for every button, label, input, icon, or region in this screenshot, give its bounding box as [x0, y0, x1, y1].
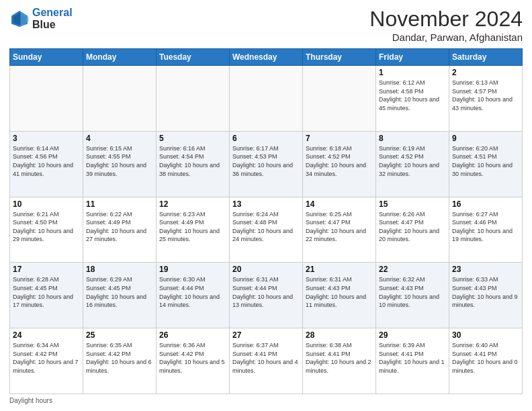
day-number: 30	[452, 330, 519, 340]
day-info: Sunrise: 6:24 AM Sunset: 4:48 PM Dayligh…	[232, 210, 300, 244]
calendar-cell: 22Sunrise: 6:32 AM Sunset: 4:43 PM Dayli…	[376, 263, 449, 328]
calendar-body: 1Sunrise: 6:12 AM Sunset: 4:58 PM Daylig…	[10, 66, 523, 394]
day-info: Sunrise: 6:38 AM Sunset: 4:41 PM Dayligh…	[306, 341, 373, 375]
calendar-cell: 30Sunrise: 6:40 AM Sunset: 4:41 PM Dayli…	[449, 328, 523, 394]
calendar-cell: 27Sunrise: 6:37 AM Sunset: 4:41 PM Dayli…	[230, 328, 303, 394]
daylight-label: Daylight hours	[9, 397, 52, 404]
logo-text: General Blue	[32, 7, 73, 30]
dow-header-friday: Friday	[376, 49, 449, 66]
dow-header-thursday: Thursday	[303, 49, 376, 66]
day-info: Sunrise: 6:16 AM Sunset: 4:54 PM Dayligh…	[159, 144, 226, 178]
day-info: Sunrise: 6:23 AM Sunset: 4:49 PM Dayligh…	[159, 210, 226, 244]
calendar-cell	[303, 66, 376, 132]
calendar-cell: 16Sunrise: 6:27 AM Sunset: 4:46 PM Dayli…	[449, 197, 523, 263]
logo: General Blue	[9, 7, 73, 30]
day-info: Sunrise: 6:32 AM Sunset: 4:43 PM Dayligh…	[379, 275, 446, 309]
calendar-cell	[10, 66, 83, 132]
week-row-2: 3Sunrise: 6:14 AM Sunset: 4:56 PM Daylig…	[10, 131, 523, 197]
day-number: 29	[379, 330, 446, 340]
day-info: Sunrise: 6:27 AM Sunset: 4:46 PM Dayligh…	[452, 210, 519, 244]
calendar-cell: 6Sunrise: 6:17 AM Sunset: 4:53 PM Daylig…	[230, 131, 303, 197]
day-info: Sunrise: 6:35 AM Sunset: 4:42 PM Dayligh…	[86, 341, 153, 375]
day-number: 22	[379, 265, 446, 274]
calendar-cell: 12Sunrise: 6:23 AM Sunset: 4:49 PM Dayli…	[157, 197, 230, 263]
calendar-cell: 9Sunrise: 6:20 AM Sunset: 4:51 PM Daylig…	[449, 131, 523, 197]
day-info: Sunrise: 6:21 AM Sunset: 4:50 PM Dayligh…	[13, 210, 80, 244]
day-info: Sunrise: 6:28 AM Sunset: 4:45 PM Dayligh…	[13, 275, 80, 309]
day-info: Sunrise: 6:31 AM Sunset: 4:44 PM Dayligh…	[232, 275, 300, 309]
day-number: 7	[306, 134, 373, 143]
calendar-cell: 4Sunrise: 6:15 AM Sunset: 4:55 PM Daylig…	[83, 131, 157, 197]
calendar-cell: 7Sunrise: 6:18 AM Sunset: 4:52 PM Daylig…	[303, 131, 376, 197]
calendar-cell: 20Sunrise: 6:31 AM Sunset: 4:44 PM Dayli…	[230, 263, 303, 328]
calendar-cell: 2Sunrise: 6:13 AM Sunset: 4:57 PM Daylig…	[449, 66, 523, 132]
day-number: 28	[306, 330, 373, 340]
day-number: 20	[232, 265, 300, 274]
day-number: 16	[452, 199, 519, 209]
day-info: Sunrise: 6:20 AM Sunset: 4:51 PM Dayligh…	[452, 144, 519, 178]
calendar-cell: 3Sunrise: 6:14 AM Sunset: 4:56 PM Daylig…	[10, 131, 83, 197]
day-number: 15	[379, 199, 446, 209]
day-info: Sunrise: 6:34 AM Sunset: 4:42 PM Dayligh…	[13, 341, 80, 375]
header: General Blue November 2024 Dandar, Parwa…	[9, 7, 523, 43]
calendar-cell: 1Sunrise: 6:12 AM Sunset: 4:58 PM Daylig…	[376, 66, 449, 132]
day-number: 21	[306, 265, 373, 274]
calendar-cell	[157, 66, 230, 132]
day-number: 17	[13, 265, 80, 274]
calendar-cell	[83, 66, 157, 132]
day-number: 9	[452, 134, 519, 143]
calendar-cell: 15Sunrise: 6:26 AM Sunset: 4:47 PM Dayli…	[376, 197, 449, 263]
day-number: 3	[13, 134, 80, 143]
day-number: 5	[159, 134, 226, 143]
day-info: Sunrise: 6:18 AM Sunset: 4:52 PM Dayligh…	[306, 144, 373, 178]
day-info: Sunrise: 6:13 AM Sunset: 4:57 PM Dayligh…	[452, 79, 519, 112]
week-row-5: 24Sunrise: 6:34 AM Sunset: 4:42 PM Dayli…	[10, 328, 523, 394]
calendar-cell: 25Sunrise: 6:35 AM Sunset: 4:42 PM Dayli…	[83, 328, 157, 394]
calendar-cell: 18Sunrise: 6:29 AM Sunset: 4:45 PM Dayli…	[83, 263, 157, 328]
week-row-4: 17Sunrise: 6:28 AM Sunset: 4:45 PM Dayli…	[10, 263, 523, 328]
day-number: 24	[13, 330, 80, 340]
day-number: 12	[159, 199, 226, 209]
day-number: 18	[86, 265, 153, 274]
day-number: 1	[379, 68, 446, 77]
day-info: Sunrise: 6:39 AM Sunset: 4:41 PM Dayligh…	[379, 341, 446, 375]
day-info: Sunrise: 6:19 AM Sunset: 4:52 PM Dayligh…	[379, 144, 446, 178]
footer: Daylight hours	[9, 397, 523, 404]
day-info: Sunrise: 6:26 AM Sunset: 4:47 PM Dayligh…	[379, 210, 446, 244]
day-of-week-row: SundayMondayTuesdayWednesdayThursdayFrid…	[10, 49, 523, 66]
calendar-cell	[230, 66, 303, 132]
calendar: SundayMondayTuesdayWednesdayThursdayFrid…	[9, 48, 523, 394]
day-info: Sunrise: 6:36 AM Sunset: 4:42 PM Dayligh…	[159, 341, 226, 375]
day-number: 23	[452, 265, 519, 274]
day-info: Sunrise: 6:22 AM Sunset: 4:49 PM Dayligh…	[86, 210, 153, 244]
calendar-cell: 29Sunrise: 6:39 AM Sunset: 4:41 PM Dayli…	[376, 328, 449, 394]
day-number: 19	[159, 265, 226, 274]
day-number: 25	[86, 330, 153, 340]
calendar-cell: 26Sunrise: 6:36 AM Sunset: 4:42 PM Dayli…	[157, 328, 230, 394]
calendar-cell: 8Sunrise: 6:19 AM Sunset: 4:52 PM Daylig…	[376, 131, 449, 197]
day-info: Sunrise: 6:12 AM Sunset: 4:58 PM Dayligh…	[379, 79, 446, 112]
location-title: Dandar, Parwan, Afghanistan	[369, 32, 523, 43]
calendar-cell: 17Sunrise: 6:28 AM Sunset: 4:45 PM Dayli…	[10, 263, 83, 328]
day-number: 13	[232, 199, 300, 209]
day-info: Sunrise: 6:14 AM Sunset: 4:56 PM Dayligh…	[13, 144, 80, 178]
day-number: 10	[13, 199, 80, 209]
day-info: Sunrise: 6:33 AM Sunset: 4:43 PM Dayligh…	[452, 275, 519, 309]
day-number: 26	[159, 330, 226, 340]
day-number: 8	[379, 134, 446, 143]
day-info: Sunrise: 6:25 AM Sunset: 4:47 PM Dayligh…	[306, 210, 373, 244]
day-info: Sunrise: 6:37 AM Sunset: 4:41 PM Dayligh…	[232, 341, 300, 375]
day-number: 14	[306, 199, 373, 209]
day-info: Sunrise: 6:30 AM Sunset: 4:44 PM Dayligh…	[159, 275, 226, 309]
calendar-cell: 5Sunrise: 6:16 AM Sunset: 4:54 PM Daylig…	[157, 131, 230, 197]
day-info: Sunrise: 6:31 AM Sunset: 4:43 PM Dayligh…	[306, 275, 373, 309]
day-number: 11	[86, 199, 153, 209]
logo-icon	[9, 9, 30, 29]
calendar-cell: 19Sunrise: 6:30 AM Sunset: 4:44 PM Dayli…	[157, 263, 230, 328]
calendar-cell: 21Sunrise: 6:31 AM Sunset: 4:43 PM Dayli…	[303, 263, 376, 328]
day-info: Sunrise: 6:40 AM Sunset: 4:41 PM Dayligh…	[452, 341, 519, 375]
day-number: 4	[86, 134, 153, 143]
calendar-cell: 28Sunrise: 6:38 AM Sunset: 4:41 PM Dayli…	[303, 328, 376, 394]
week-row-3: 10Sunrise: 6:21 AM Sunset: 4:50 PM Dayli…	[10, 197, 523, 263]
day-number: 2	[452, 68, 519, 77]
